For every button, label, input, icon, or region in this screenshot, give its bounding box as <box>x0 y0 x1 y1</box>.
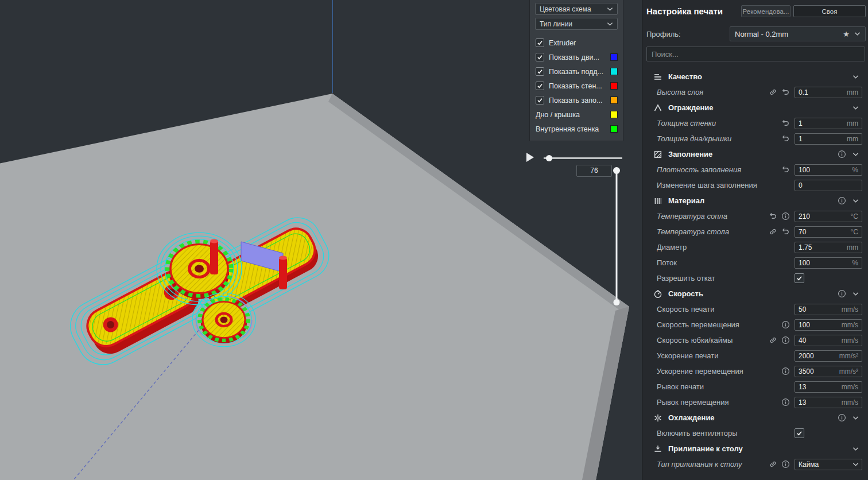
setting-checkbox[interactable] <box>795 273 804 283</box>
shell-icon <box>653 103 662 113</box>
chevron-down-icon <box>852 199 859 203</box>
setting-bed-temperature: Температура стола70°C <box>642 224 868 239</box>
category-shell[interactable]: Ограждение <box>642 100 868 115</box>
model-gear-small[interactable] <box>192 293 255 347</box>
field-value: 3500 <box>795 367 839 376</box>
setting-label: Плотность заполнения <box>657 165 781 174</box>
info-icon[interactable] <box>838 289 846 298</box>
play-button[interactable] <box>526 153 534 162</box>
category-cooling[interactable]: Охлаждение <box>642 410 868 425</box>
adhesion-icon <box>653 444 662 454</box>
setting-field[interactable]: 40mm/s <box>795 335 862 346</box>
category-label: Заполнение <box>668 150 712 158</box>
info-icon[interactable] <box>838 150 846 158</box>
setting-field[interactable]: 1.75mm <box>795 242 862 253</box>
setting-layer-height: Высота слоя0.1mm <box>642 84 868 100</box>
checkbox[interactable] <box>536 82 544 90</box>
color-scheme-item: Показать стен... <box>530 79 623 93</box>
category-label: Материал <box>668 196 704 205</box>
checkbox[interactable] <box>536 96 544 104</box>
link-icon[interactable] <box>769 88 777 96</box>
category-label: Охлаждение <box>668 413 715 422</box>
setting-label: Разрешить откат <box>657 274 790 282</box>
field-value: 1.75 <box>795 243 847 251</box>
line-type-dropdown[interactable]: Тип линии <box>535 18 618 30</box>
simulation-slider-track[interactable] <box>544 157 622 159</box>
info-icon[interactable] <box>781 336 790 344</box>
profile-dropdown[interactable]: Normal - 0.2mm ★ <box>730 26 866 41</box>
link-icon[interactable] <box>769 227 777 236</box>
category-speed[interactable]: Скорость <box>642 286 868 301</box>
chevron-down-icon <box>852 416 859 420</box>
checkbox[interactable] <box>536 67 544 76</box>
field-value: 1 <box>795 119 847 127</box>
category-adhesion[interactable]: Прилипание к столу <box>642 441 868 456</box>
setting-select[interactable]: Кайма <box>795 459 862 470</box>
line-type-legend: ExtruderПоказать дви...Показать подд...П… <box>530 36 623 136</box>
chevron-down-icon <box>852 106 859 110</box>
setting-field[interactable]: 0 <box>795 180 862 191</box>
info-icon[interactable] <box>838 413 846 422</box>
print-settings-panel: Настройка печати Рекомендова... Своя Про… <box>642 0 868 480</box>
undo-icon[interactable] <box>781 134 790 143</box>
chevron-down-icon <box>852 75 859 79</box>
info-icon[interactable] <box>781 367 790 376</box>
setting-field[interactable]: 1mm <box>795 118 862 129</box>
field-unit: % <box>852 166 862 174</box>
setting-field[interactable]: 70°C <box>795 226 862 238</box>
field-value: 100 <box>795 166 852 174</box>
layer-slider-track[interactable] <box>615 171 617 303</box>
undo-icon[interactable] <box>781 119 790 127</box>
setting-field[interactable]: 0.1mm <box>795 87 862 98</box>
layer-slider-handle-bottom[interactable] <box>613 299 619 305</box>
info-icon[interactable] <box>838 196 846 205</box>
setting-field[interactable]: 100% <box>795 164 862 176</box>
undo-icon[interactable] <box>781 88 790 96</box>
color-item-label: Показать дви... <box>549 53 606 61</box>
field-unit: mm <box>847 88 862 96</box>
setting-field[interactable]: 100mm/s <box>795 319 862 331</box>
setting-field[interactable]: 100% <box>795 257 862 269</box>
setting-travel-speed: Скорость перемещения100mm/s <box>642 317 868 332</box>
tab-recommended[interactable]: Рекомендова... <box>741 5 790 17</box>
info-icon[interactable] <box>781 460 790 469</box>
setting-field[interactable]: 13mm/s <box>795 381 862 393</box>
link-icon[interactable] <box>769 336 777 344</box>
info-icon[interactable] <box>781 398 790 407</box>
setting-field[interactable]: 1mm <box>795 133 862 145</box>
checkbox[interactable] <box>536 53 544 61</box>
setting-field[interactable]: 210°C <box>795 211 862 222</box>
search-input[interactable] <box>646 47 865 61</box>
color-scheme-dropdown-value: Цветовая схема <box>540 5 607 13</box>
category-infill[interactable]: Заполнение <box>642 146 868 162</box>
category-quality[interactable]: Качество <box>642 69 868 84</box>
chevron-down-icon <box>854 32 861 36</box>
layer-number-value: 76 <box>590 167 598 175</box>
field-value: 100 <box>795 259 852 267</box>
undo-icon[interactable] <box>769 212 777 220</box>
color-scheme-dropdown[interactable]: Цветовая схема <box>535 3 618 15</box>
setting-field[interactable]: 2000mm/s² <box>795 350 862 362</box>
setting-field[interactable]: 13mm/s <box>795 397 862 408</box>
category-material[interactable]: Материал <box>642 193 868 208</box>
checkbox[interactable] <box>536 38 544 47</box>
info-icon[interactable] <box>781 212 790 220</box>
simulation-slider[interactable] <box>544 154 622 161</box>
undo-icon[interactable] <box>781 227 790 236</box>
info-icon[interactable] <box>781 320 790 329</box>
chevron-down-icon <box>607 22 613 26</box>
undo-icon[interactable] <box>781 165 790 174</box>
layer-slider[interactable] <box>613 167 620 305</box>
tab-custom[interactable]: Своя <box>793 5 866 17</box>
setting-field[interactable]: 50mm/s <box>795 304 862 315</box>
cooling-icon <box>653 413 662 423</box>
field-unit: mm/s² <box>839 367 862 376</box>
layer-slider-handle-top[interactable] <box>613 167 620 174</box>
link-icon[interactable] <box>769 460 777 469</box>
simulation-slider-handle[interactable] <box>546 155 552 161</box>
field-value: 70 <box>795 228 851 236</box>
color-scheme-item: Дно / крышка <box>530 107 623 122</box>
setting-field[interactable]: 3500mm/s² <box>795 366 862 377</box>
speed-icon <box>653 289 662 299</box>
setting-checkbox[interactable] <box>795 428 804 438</box>
